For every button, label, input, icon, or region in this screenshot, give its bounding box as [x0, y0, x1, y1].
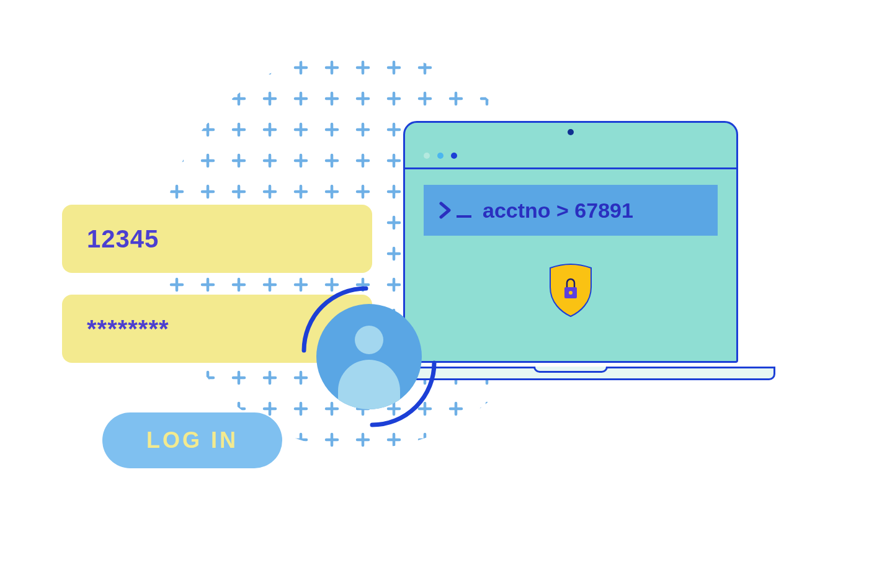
terminal-command: acctno > 67891	[483, 198, 633, 223]
window-dot-icon	[437, 153, 443, 159]
username-field[interactable]: 12345	[62, 205, 372, 273]
login-button[interactable]: LOG IN	[102, 412, 282, 468]
laptop-notch	[533, 367, 608, 373]
login-button-label: LOG IN	[146, 427, 238, 453]
titlebar-divider	[405, 167, 736, 169]
laptop: acctno > 67891	[397, 121, 744, 369]
window-dot-icon	[451, 153, 457, 159]
prompt-icon	[439, 202, 471, 219]
shield-lock-icon	[546, 262, 595, 318]
svg-point-2	[569, 291, 573, 295]
user-avatar-icon	[304, 292, 440, 428]
camera-dot-icon	[568, 129, 574, 135]
laptop-screen: acctno > 67891	[403, 121, 738, 363]
window-dot-icon	[424, 153, 430, 159]
terminal-bar: acctno > 67891	[424, 185, 718, 236]
window-traffic-lights	[424, 153, 457, 159]
illustration-stage: acctno > 67891 12345 ******** LOG IN	[0, 0, 887, 588]
avatar-arc-icon	[366, 357, 440, 431]
password-value: ********	[87, 315, 169, 343]
avatar-head-icon	[355, 326, 383, 354]
username-value: 12345	[87, 225, 159, 253]
